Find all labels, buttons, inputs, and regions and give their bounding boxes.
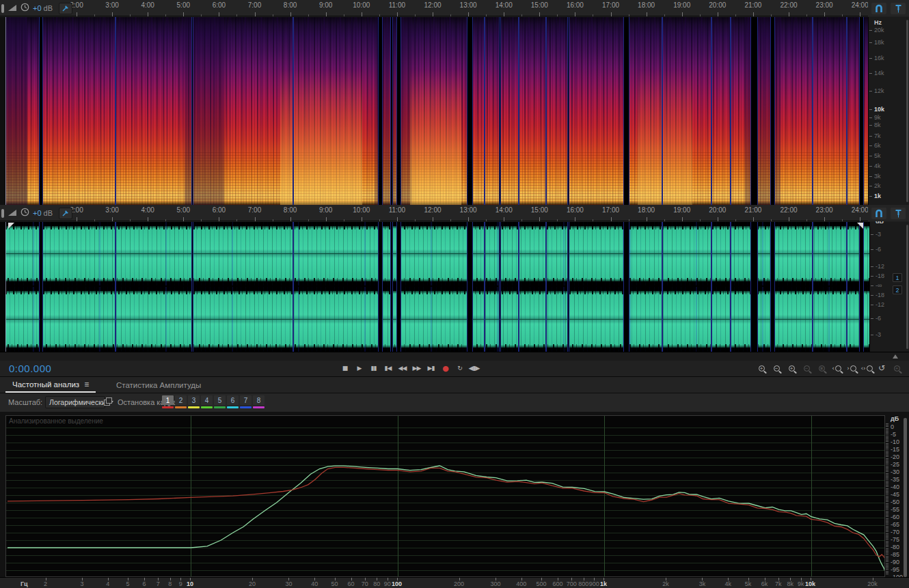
hold-frame-button-4[interactable]: 4: [201, 395, 213, 408]
scroll-handle-icon[interactable]: [893, 354, 898, 359]
panel-menu-icon[interactable]: ≡: [84, 380, 89, 389]
skip-to-start-button[interactable]: ▮◀: [382, 362, 394, 374]
reset-zoom-button[interactable]: ↺: [875, 362, 888, 374]
loop-playback-button[interactable]: ↻: [454, 362, 465, 374]
copy-to-clipboard-button[interactable]: [104, 397, 113, 406]
hold-frame-button-3[interactable]: 3: [188, 395, 200, 408]
timeline-label: 18:00: [638, 206, 655, 214]
freq-tick-label: 3k: [874, 173, 881, 180]
zoom-selection-button[interactable]: ∗: [815, 362, 828, 374]
plot-freq-tick-label: 8: [168, 580, 172, 587]
zoom-out-time-button[interactable]: −: [800, 362, 813, 374]
hold-frame-button-2[interactable]: 2: [175, 395, 187, 408]
timeline-label: 6:00: [213, 1, 226, 9]
plot-freq-tick-label: 5k: [745, 580, 752, 587]
timeline-label: 16:00: [567, 206, 584, 214]
channel-2-waveform[interactable]: [5, 287, 869, 352]
amplitude-scale-icon[interactable]: [8, 2, 17, 14]
plot-scrollbar[interactable]: [904, 418, 907, 577]
hud-pin-button[interactable]: [59, 3, 72, 14]
skip-to-end-button[interactable]: ▶▮: [425, 362, 437, 374]
snapping-magnet-button[interactable]: [871, 3, 886, 14]
gain-readout[interactable]: +0 dB: [33, 4, 53, 12]
analyzed-selection-label: Анализированное выделение: [9, 417, 103, 425]
frequency-plot[interactable]: Анализированное выделение: [5, 415, 885, 577]
channel-badge-2[interactable]: 2: [893, 285, 902, 294]
zoom-in-left-edge-button[interactable]: ‹: [830, 362, 843, 374]
timeline-label: 15:00: [531, 206, 548, 214]
time-display[interactable]: 0:00.000: [9, 363, 51, 374]
gain-readout[interactable]: +0 dB: [33, 209, 53, 217]
plot-db-tick-label: -80: [891, 544, 899, 550]
stop-button[interactable]: ■: [339, 362, 351, 374]
silence-gap: [846, 222, 847, 352]
clock-icon[interactable]: [21, 2, 29, 14]
hold-frame-button-1[interactable]: 1: [162, 395, 174, 408]
plot-freq-tick-label: 10: [187, 580, 193, 587]
vertical-scroll-nub[interactable]: [1, 4, 4, 13]
plot-freq-tick-label: 4k: [724, 580, 731, 587]
fast-forward-button[interactable]: ▶▶: [411, 362, 422, 374]
zoom-in-time-button[interactable]: +: [785, 362, 798, 374]
green-curve: [8, 466, 885, 572]
hud-pin-button[interactable]: [59, 208, 72, 219]
channel-1-waveform[interactable]: [5, 222, 869, 285]
waveform-timeline-ruler[interactable]: 2:003:004:005:006:007:008:009:0010:0011:…: [0, 205, 909, 221]
magnet-icon: [874, 209, 884, 218]
hold-frame-button-8[interactable]: 8: [253, 395, 264, 408]
plot-freq-unit: Гц: [21, 580, 28, 587]
timeline-label: 17:00: [602, 206, 619, 214]
pin-ruler-button[interactable]: [891, 3, 906, 14]
waveform-ruler-scale[interactable]: 2:003:004:005:006:007:008:009:0010:0011:…: [0, 205, 868, 221]
rewind-button[interactable]: ◀◀: [396, 362, 408, 374]
channel-badge-1[interactable]: 1: [893, 273, 902, 282]
pin-ruler-button[interactable]: [891, 208, 906, 219]
silence-gap: [846, 17, 847, 205]
amplitude-scale-icon[interactable]: [8, 207, 17, 219]
timeline-label: 3:00: [105, 1, 118, 9]
spectrogram-zoom-scrollbar[interactable]: [906, 20, 908, 202]
zoom-in-right-edge-button[interactable]: ›: [845, 362, 858, 374]
timeline-label: 8:00: [284, 1, 297, 9]
silence-gap: [293, 17, 294, 205]
skip-selection-button[interactable]: ◀▮▶: [468, 362, 480, 374]
plot-db-tick-label: -40: [891, 484, 899, 490]
tab-amplitude-statistics[interactable]: Статистика Амплитуды: [109, 377, 208, 393]
timeline-label: 24:00: [852, 1, 868, 9]
snapping-magnet-button[interactable]: [871, 208, 886, 219]
silence-gap: [390, 222, 393, 352]
waveform-zoom-scrollbar[interactable]: [906, 225, 908, 349]
zoom-in-button[interactable]: +: [755, 362, 768, 374]
horizontal-scroll-strip[interactable]: [0, 352, 909, 361]
timeline-label: 19:00: [673, 1, 690, 9]
hold-frame-button-6[interactable]: 6: [227, 395, 239, 408]
pause-button[interactable]: ▮▮: [368, 362, 379, 374]
spectrogram-canvas[interactable]: [5, 17, 868, 205]
hold-frame-button-7[interactable]: 7: [240, 395, 252, 408]
spectrogram-display[interactable]: Hz 20k18k16k14k12k10k9k8k7k6k5k4k3k2k1k: [0, 17, 909, 205]
frequency-scale-sidebar[interactable]: Hz 20k18k16k14k12k10k9k8k7k6k5k4k3k2k1k: [868, 17, 909, 205]
timeline-label: 5:00: [177, 206, 190, 214]
zoom-selection-width-button[interactable]: ‹›: [860, 362, 873, 374]
tab-frequency-analysis[interactable]: Частотный анализ ≡: [5, 377, 96, 393]
scale-dropdown[interactable]: Логарифмический: [45, 396, 105, 408]
playhead[interactable]: [5, 222, 6, 352]
freq-tick-label: 18k: [874, 39, 884, 46]
spectrogram-ruler-scale[interactable]: 2:003:004:005:006:007:008:009:0010:0011:…: [0, 0, 868, 16]
zoom-full-button[interactable]: +: [890, 362, 904, 374]
vertical-scroll-nub[interactable]: [1, 209, 4, 218]
zoom-out-button[interactable]: −: [770, 362, 783, 374]
playhead[interactable]: [5, 17, 6, 205]
hold-frame-button-5[interactable]: 5: [214, 395, 226, 408]
amplitude-scale-sidebar[interactable]: dB -3-6-12-18-∞-18-12-6-3 12: [869, 222, 909, 352]
waveform-display[interactable]: dB -3-6-12-18-∞-18-12-6-3 12: [0, 222, 909, 352]
spectrogram-timeline-ruler[interactable]: 2:003:004:005:006:007:008:009:0010:0011:…: [0, 0, 909, 16]
magnifier-icon: [835, 365, 841, 372]
play-button[interactable]: ▶: [353, 362, 365, 374]
freq-tick-label: 16k: [874, 55, 884, 61]
silence-gap: [518, 222, 519, 352]
clock-icon[interactable]: [21, 207, 29, 219]
record-button[interactable]: ●: [439, 362, 451, 374]
plot-freq-tick-label: 50: [331, 580, 338, 587]
waveform-canvas[interactable]: [5, 222, 869, 352]
